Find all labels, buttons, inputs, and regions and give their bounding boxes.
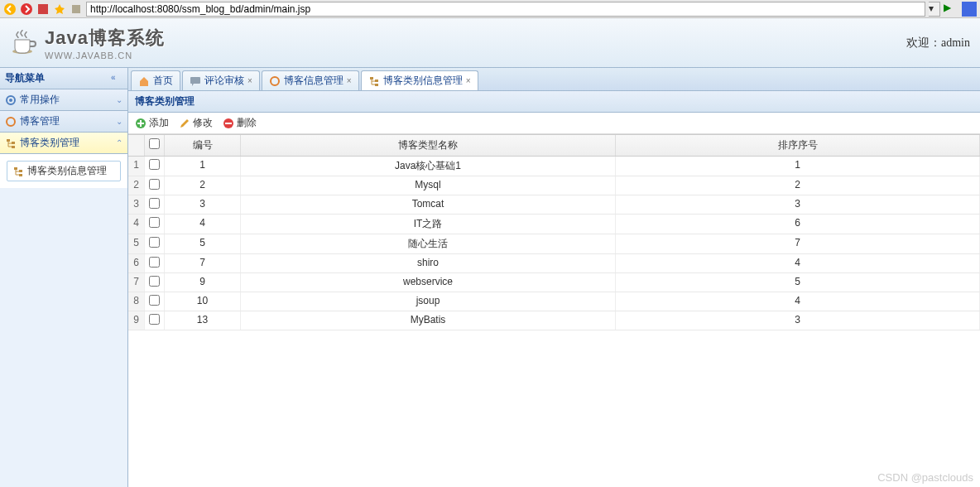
sidebar: 导航菜单 « 常用操作 ⌄ 博客管理 ⌄ 博客类别管理 ⌃ 博客类别信息管理 xyxy=(0,68,128,487)
svg-rect-18 xyxy=(375,84,378,86)
svg-rect-3 xyxy=(72,5,80,13)
row-checkbox[interactable] xyxy=(149,179,160,190)
minus-icon xyxy=(223,118,234,129)
row-checkbox[interactable] xyxy=(149,198,160,209)
bookmark-icon[interactable] xyxy=(53,2,66,16)
circle-icon xyxy=(5,116,17,128)
edit-button[interactable]: 修改 xyxy=(179,116,213,130)
svg-point-0 xyxy=(4,3,16,15)
browser-toolbar: ▾ ▶ xyxy=(0,0,980,18)
table-row[interactable]: 11Java核心基础11 xyxy=(128,157,980,176)
svg-point-1 xyxy=(21,3,32,15)
svg-rect-14 xyxy=(190,77,200,84)
row-checkbox[interactable] xyxy=(149,295,160,306)
close-icon[interactable]: × xyxy=(247,76,252,85)
url-input[interactable] xyxy=(86,2,925,17)
svg-rect-17 xyxy=(375,80,378,82)
toolbar: 添加 修改 删除 xyxy=(128,113,980,134)
sidebar-item-blog[interactable]: 博客管理 ⌄ xyxy=(0,111,127,133)
content-area: 首页评论审核×博客信息管理×博客类别信息管理× 博客类别管理 添加 修改 删除 … xyxy=(128,68,980,487)
svg-point-7 xyxy=(7,118,15,126)
col-header-sort[interactable]: 排序序号 xyxy=(616,135,980,156)
sidebar-item-category[interactable]: 博客类别管理 ⌃ xyxy=(0,133,127,154)
url-dropdown-icon[interactable]: ▾ xyxy=(929,2,940,17)
row-checkbox[interactable] xyxy=(149,217,160,228)
back-icon[interactable] xyxy=(3,2,17,16)
table-row[interactable]: 22Mysql2 xyxy=(128,176,980,195)
tab-博客类别信息管理[interactable]: 博客类别信息管理× xyxy=(361,70,478,90)
tree-icon xyxy=(12,166,24,177)
table-row[interactable]: 67shiro4 xyxy=(128,254,980,273)
plus-icon xyxy=(135,118,147,129)
sidebar-item-common[interactable]: 常用操作 ⌄ xyxy=(0,89,127,111)
tab-首页[interactable]: 首页 xyxy=(131,70,180,90)
table-row[interactable]: 44IT之路6 xyxy=(128,215,980,234)
tab-bar: 首页评论审核×博客信息管理×博客类别信息管理× xyxy=(128,68,980,91)
panel-title: 博客类别管理 xyxy=(128,91,980,113)
logo-title: Java博客系统 xyxy=(45,26,165,51)
close-icon[interactable]: × xyxy=(347,76,352,85)
gear-icon xyxy=(5,94,17,106)
svg-rect-10 xyxy=(12,146,15,148)
nav-title: 导航菜单 xyxy=(5,71,45,85)
table-row[interactable]: 55随心生活7 xyxy=(128,234,980,254)
row-checkbox[interactable] xyxy=(149,314,160,325)
delete-button[interactable]: 删除 xyxy=(223,116,257,130)
logo: Java博客系统 WWW.JAVABB.CN xyxy=(10,26,165,60)
svg-rect-12 xyxy=(19,170,22,172)
go-icon[interactable]: ▶ xyxy=(944,2,958,17)
svg-point-15 xyxy=(271,77,279,85)
refresh-icon[interactable] xyxy=(36,2,50,16)
table-row[interactable]: 79webservice5 xyxy=(128,273,980,292)
coffee-icon xyxy=(10,28,40,58)
tab-博客信息管理[interactable]: 博客信息管理× xyxy=(262,70,359,90)
table-row[interactable]: 913MyBatis3 xyxy=(128,311,980,330)
row-checkbox[interactable] xyxy=(149,257,160,268)
svg-rect-16 xyxy=(370,77,373,80)
nav-header: 导航菜单 « xyxy=(0,68,127,89)
row-checkbox[interactable] xyxy=(149,276,160,287)
chevron-down-icon: ⌄ xyxy=(116,117,122,126)
tree-item-category-info[interactable]: 博客类别信息管理 xyxy=(7,161,121,181)
svg-point-6 xyxy=(9,99,12,102)
grid-header: 编号 博客类型名称 排序序号 xyxy=(128,135,980,157)
welcome-text: 欢迎：admin xyxy=(906,36,970,51)
chevron-down-icon: ⌄ xyxy=(116,95,122,104)
svg-rect-8 xyxy=(7,139,10,142)
svg-rect-11 xyxy=(14,167,17,170)
row-checkbox[interactable] xyxy=(149,237,160,248)
chevron-up-icon: ⌃ xyxy=(116,138,122,147)
table-row[interactable]: 33Tomcat3 xyxy=(128,195,980,215)
data-grid: 编号 博客类型名称 排序序号 11Java核心基础1122Mysql233Tom… xyxy=(128,134,980,330)
col-header-name[interactable]: 博客类型名称 xyxy=(241,135,616,156)
watermark: CSDN @pastclouds xyxy=(877,471,973,484)
stop-icon[interactable] xyxy=(962,2,977,17)
col-header-id[interactable]: 编号 xyxy=(165,135,241,156)
tab-评论审核[interactable]: 评论审核× xyxy=(182,70,260,90)
home-icon[interactable] xyxy=(70,2,83,16)
table-row[interactable]: 810jsoup4 xyxy=(128,292,980,311)
logo-subtitle: WWW.JAVABB.CN xyxy=(45,51,165,60)
app-header: Java博客系统 WWW.JAVABB.CN 欢迎：admin xyxy=(0,18,980,68)
tree-panel: 博客类别信息管理 xyxy=(0,154,127,188)
tree-icon xyxy=(5,137,17,149)
forward-icon[interactable] xyxy=(20,2,33,16)
close-icon[interactable]: × xyxy=(466,76,471,85)
svg-rect-2 xyxy=(38,4,48,14)
svg-rect-9 xyxy=(12,142,15,144)
row-checkbox[interactable] xyxy=(149,159,160,170)
add-button[interactable]: 添加 xyxy=(135,116,169,130)
pencil-icon xyxy=(179,118,190,129)
collapse-icon[interactable]: « xyxy=(111,73,122,84)
svg-rect-13 xyxy=(19,174,22,176)
select-all-checkbox[interactable] xyxy=(149,138,160,149)
